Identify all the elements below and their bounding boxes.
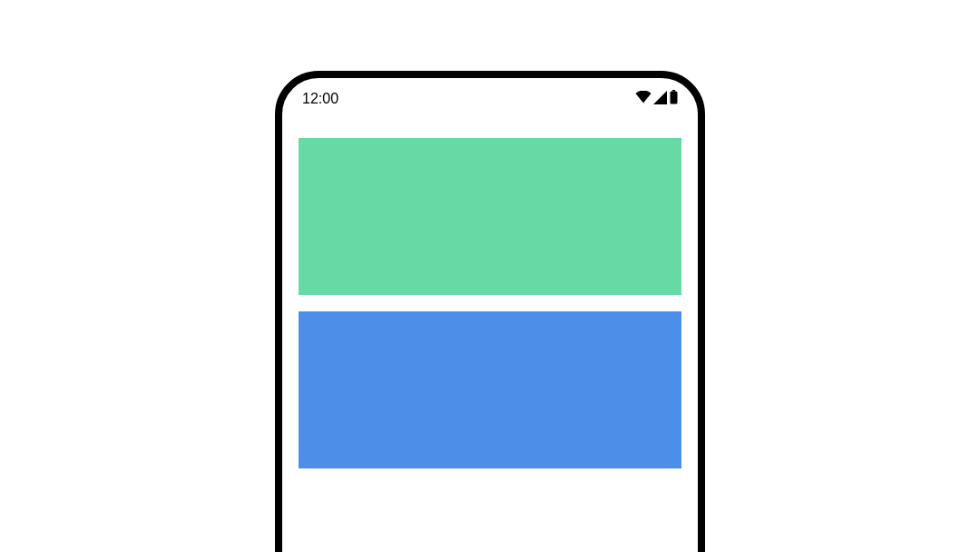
- battery-icon: [670, 90, 678, 108]
- status-time: 12:00: [302, 91, 338, 107]
- content-area: [282, 116, 698, 468]
- green-block: [299, 138, 681, 295]
- cellular-icon: [653, 91, 668, 108]
- wifi-icon: [635, 91, 652, 107]
- status-bar: 12:00: [282, 82, 698, 116]
- svg-rect-0: [672, 90, 675, 92]
- svg-rect-1: [671, 92, 678, 104]
- blue-block: [299, 311, 681, 468]
- phone-frame: 12:00: [275, 71, 705, 552]
- status-icons: [635, 90, 678, 108]
